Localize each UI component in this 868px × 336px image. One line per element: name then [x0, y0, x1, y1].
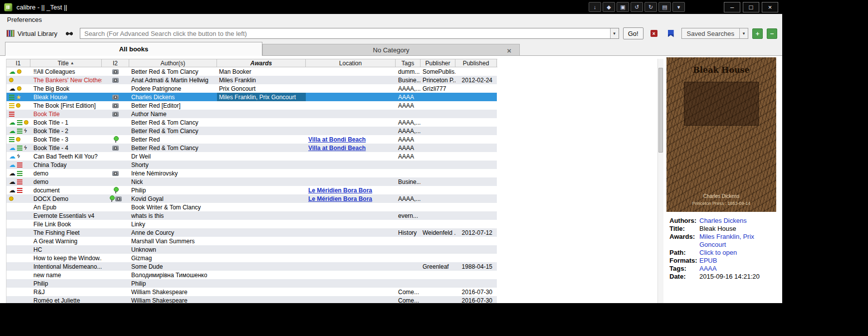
detail-value[interactable]: AAAA	[699, 265, 776, 273]
book-published	[455, 203, 497, 211]
titlebar-tool-menu[interactable]: ▾	[672, 2, 685, 12]
vertical-scrollbar[interactable]	[657, 59, 663, 303]
go-button[interactable]: Go!	[623, 27, 644, 39]
book-title: Book Title	[30, 110, 102, 118]
save-search-button[interactable]: +	[752, 28, 763, 39]
book-author: Better Red & Tom Clancy	[129, 67, 217, 76]
column-header-location[interactable]: Location	[306, 59, 396, 67]
book-row[interactable]: ★Bleak HouseCharles DickensMiles Frankli…	[6, 93, 497, 101]
book-row[interactable]: The Bankers' New ClothesAnat Admati & Ma…	[6, 76, 497, 84]
book-publisher	[421, 169, 455, 177]
virtual-library-icon	[6, 30, 14, 37]
saved-searches-combo[interactable]: Saved Searches ▾	[681, 28, 748, 39]
column-header-author[interactable]: Author(s)	[129, 59, 217, 67]
book-cover[interactable]: Bleak House Charles Dickens Princeton Pr…	[666, 57, 776, 212]
titlebar-tool-5[interactable]: ↻	[645, 2, 657, 12]
close-button[interactable]: ×	[762, 2, 778, 12]
search-history-dropdown[interactable]: ▾	[610, 28, 619, 38]
detail-value[interactable]: Click to open	[699, 249, 776, 257]
advanced-search-button[interactable]	[63, 28, 76, 39]
cloud-black-icon: ☁	[9, 85, 15, 92]
book-row[interactable]: ☁The Big BookPodere PatrignonePrix Gonco…	[6, 84, 497, 93]
book-row[interactable]: ☁ϟBook Title - 4Better Red & Tom ClancyV…	[6, 144, 497, 152]
book-row[interactable]: How to keep the Window...Gizmag	[6, 254, 497, 262]
book-row[interactable]: ☁China TodayShorty	[6, 161, 497, 169]
book-row[interactable]: DOCX DemoKovid GoyalLe Méridien Bora Bor…	[6, 194, 497, 203]
book-row[interactable]: Book Title - 3Better RedVilla at Bondi B…	[6, 135, 497, 144]
book-row[interactable]: File Link BookLinky	[6, 220, 497, 228]
menu-preferences[interactable]: Preferences	[5, 15, 44, 24]
location-link[interactable]: Villa at Bondi Beach	[308, 145, 366, 152]
pin-icon	[109, 195, 114, 202]
virtual-library-button[interactable]: Virtual Library	[5, 29, 59, 38]
saved-searches-dropdown[interactable]: ▾	[739, 28, 748, 38]
search-box: ▾	[80, 28, 619, 39]
book-row[interactable]: An EpubBook Writer & Tom Clancy	[6, 203, 497, 211]
location-link[interactable]: Le Méridien Bora Bora	[308, 195, 372, 202]
book-row[interactable]: ☁demoIrène Némirovsky	[6, 169, 497, 177]
detail-label: Path:	[669, 249, 699, 257]
column-header-i2[interactable]: I2	[102, 59, 129, 67]
delete-saved-search-button[interactable]: −	[767, 28, 777, 39]
book-row[interactable]: ☁documentPhilipLe Méridien Bora Bora	[6, 186, 497, 194]
list-yellow-icon	[9, 103, 14, 108]
search-input[interactable]	[80, 28, 610, 38]
column-header-i1[interactable]: I1	[6, 59, 30, 67]
book-row[interactable]: ☁!!All ColleaguesBetter Red & Tom Clancy…	[6, 67, 497, 76]
camera-icon	[112, 171, 119, 176]
book-awards	[217, 203, 306, 211]
book-awards	[217, 101, 306, 110]
book-published	[455, 237, 497, 245]
book-row[interactable]: HCUnknown	[6, 245, 497, 254]
book-row[interactable]: ☁ϟBook Title - 2Better Red & Tom ClancyA…	[6, 127, 497, 135]
camera-icon	[112, 103, 119, 108]
book-author: Anne de Courcy	[129, 228, 217, 237]
saved-searches-label: Saved Searches	[682, 28, 739, 38]
maximize-button[interactable]: □	[743, 2, 759, 12]
titlebar-tool-2[interactable]: ◆	[603, 2, 615, 12]
column-header-awards[interactable]: Awards	[217, 59, 306, 67]
location-link[interactable]: Le Méridien Bora Bora	[308, 187, 372, 194]
titlebar-tool-6[interactable]: ▤	[658, 2, 671, 12]
titlebar-tool-4[interactable]: ↺	[631, 2, 643, 12]
book-row[interactable]: Roméo et JulietteWilliam ShakespeareCome…	[6, 296, 497, 303]
detail-field: Awards:Miles Franklin, Prix Goncourt	[669, 233, 776, 249]
book-row[interactable]: Evernote Essentials v4whats is thisevern…	[6, 211, 497, 220]
column-header-publisher[interactable]: Publisher	[421, 59, 455, 67]
book-row[interactable]: Book TitleAuthor Name	[6, 110, 497, 118]
book-row[interactable]: A Great WarningMarshall Vian Summers	[6, 237, 497, 245]
book-tags	[396, 186, 421, 194]
tab-close-icon[interactable]: ×	[507, 46, 511, 54]
book-row[interactable]: PhilipPhilip	[6, 279, 497, 288]
book-row[interactable]: new nameВолодимирівна Тимошенко	[6, 271, 497, 279]
book-row[interactable]: ☁demoNickBusine...	[6, 177, 497, 186]
book-row[interactable]: R&JWilliam ShakespeareCome...2016-07-30	[6, 288, 497, 296]
column-header-tags[interactable]: Tags	[396, 59, 421, 67]
book-publisher	[421, 211, 455, 220]
column-header-title[interactable]: Title▲	[30, 59, 102, 67]
minimize-button[interactable]: –	[724, 2, 740, 12]
book-row[interactable]: Intentional Misdemeano...Some DudeGreenl…	[6, 262, 497, 271]
book-published	[455, 211, 497, 220]
highlight-matches-button[interactable]	[664, 28, 677, 39]
detail-value[interactable]: Charles Dickens	[699, 217, 776, 225]
detail-value[interactable]: EPUB	[699, 257, 776, 265]
book-publisher	[421, 245, 455, 254]
column-header-published[interactable]: Published	[455, 59, 497, 67]
book-row[interactable]: The Book [First Edition]Better Red [Edit…	[6, 101, 497, 110]
book-row[interactable]: The Fishing FleetAnne de CourcyHistoryWe…	[6, 228, 497, 237]
book-tags: History	[396, 228, 421, 237]
book-row[interactable]: ☁Book Title - 1Better Red & Tom ClancyAA…	[6, 118, 497, 127]
titlebar-tool-3[interactable]: ▣	[617, 2, 629, 12]
tab-all-books[interactable]: All books	[5, 42, 262, 56]
clear-search-button[interactable]: ×	[648, 28, 660, 39]
titlebar-tool-1[interactable]: ↓	[589, 2, 601, 12]
book-author: Dr Weil	[129, 152, 217, 161]
book-title: China Today	[30, 161, 102, 169]
scrollbar-thumb[interactable]	[658, 68, 663, 153]
location-link[interactable]: Villa at Bondi Beach	[308, 136, 366, 143]
book-published	[455, 127, 497, 135]
detail-value[interactable]: Miles Franklin, Prix Goncourt	[699, 233, 776, 249]
book-row[interactable]: ☁ϟCan Bad Teeth Kill You?Dr WeilAAAA	[6, 152, 497, 161]
tab-no-category[interactable]: No Category×	[262, 44, 520, 56]
